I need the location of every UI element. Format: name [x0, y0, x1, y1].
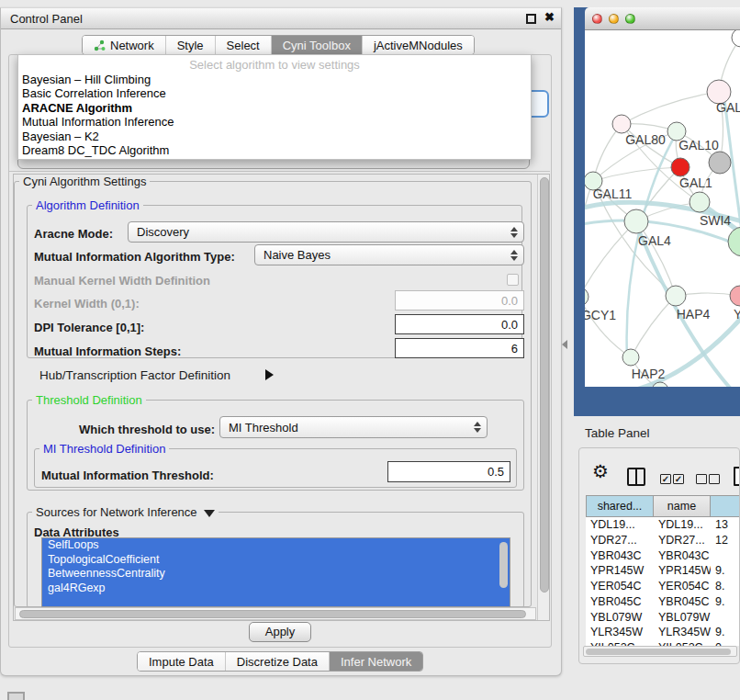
attribute-item-betweennesscentrality[interactable]: BetweennessCentrality — [42, 567, 510, 581]
algorithm-popup-placeholder: Select algorithm to view settings — [18, 55, 531, 73]
dpi-tolerance-input[interactable] — [395, 314, 524, 334]
hub-definition-label[interactable]: Hub/Transcription Factor Definition — [39, 368, 230, 382]
tab-select[interactable]: Select — [216, 36, 272, 54]
node-label: GAL11 — [593, 186, 633, 201]
table-scrollbar-thumb[interactable] — [586, 649, 731, 656]
screenshot-stage: Control Panel ✖ NetworkStyleSelectCyni T… — [0, 0, 740, 700]
node-label: GAL10 — [678, 138, 719, 152]
mi-threshold-input[interactable] — [387, 461, 510, 482]
panel-divider-grip[interactable] — [562, 340, 567, 349]
manual-kernel-width-label: Manual Kernel Width Definition — [34, 274, 210, 288]
aracne-mode-value: Discovery — [137, 225, 189, 239]
network-node-n-gray[interactable] — [709, 152, 731, 174]
network-edge — [585, 221, 636, 297]
dpi-tolerance-label: DPI Tolerance [0,1]: — [34, 321, 144, 334]
vertical-scrollbar-thumb[interactable] — [540, 177, 549, 593]
node-label: SWI4 — [700, 213, 731, 228]
unchecked-box-icon[interactable] — [696, 474, 707, 484]
table-cell: YDR27... — [586, 533, 654, 548]
close-button[interactable] — [592, 14, 602, 24]
network-node-hap2[interactable] — [622, 349, 639, 366]
float-window-button[interactable] — [526, 14, 536, 24]
algorithm-option-basic-correlation-inference[interactable]: Basic Correlation Inference — [18, 86, 531, 100]
column-header-name[interactable]: name — [654, 495, 711, 517]
close-panel-icon[interactable]: ✖ — [544, 10, 555, 24]
node-label: Y — [734, 307, 740, 322]
network-node-hap4[interactable] — [666, 286, 686, 306]
table-row[interactable]: YER054CYER054C8. — [586, 579, 740, 594]
column-header-shared[interactable]: shared... — [586, 495, 654, 517]
network-node-n-top[interactable] — [732, 30, 740, 47]
table-row[interactable]: YBL079WYBL079W — [586, 610, 740, 626]
node-label: GAL80 — [625, 132, 666, 147]
cyni-bottom-tabbar: Impute DataDiscretize DataInfer Network — [137, 651, 423, 672]
network-canvas[interactable]: GALGAL80GAL10GAL1GAL11SWI4GAL4GCY1HAP4YH… — [585, 30, 740, 387]
unchecked-box-icon[interactable] — [709, 474, 720, 484]
tab-label: Select — [227, 39, 260, 52]
settings-gear-icon[interactable]: ⚙ — [592, 462, 609, 480]
control-panel-window: Control Panel ✖ NetworkStyleSelectCyni T… — [0, 7, 562, 676]
mi-algorithm-type-select[interactable]: Naive Bayes — [254, 244, 524, 265]
table-row[interactable]: YBR045CYBR045C9. — [586, 594, 740, 610]
node-label: HAP4 — [677, 307, 711, 322]
aracne-mode-select[interactable]: Discovery — [128, 221, 524, 243]
control-panel-title: Control Panel — [10, 12, 83, 26]
table-cell: YER054C — [586, 579, 654, 594]
tab-style[interactable]: Style — [166, 36, 216, 54]
control-panel-tabbar: NetworkStyleSelectCyni ToolboxjActiveMNo… — [82, 35, 475, 55]
table-horizontal-scrollbar — [583, 646, 737, 657]
attribute-item-selfloops[interactable]: SelfLoops — [42, 538, 510, 553]
apply-button[interactable]: Apply — [249, 622, 311, 642]
tab-label: Impute Data — [149, 655, 214, 669]
expand-arrow-icon[interactable] — [265, 369, 274, 380]
network-node-gal4[interactable] — [624, 209, 648, 233]
algorithm-option-bayesian-k2[interactable]: Bayesian – K2 — [18, 130, 531, 143]
split-view-icon[interactable] — [627, 468, 645, 486]
network-window-titlebar[interactable] — [585, 7, 740, 30]
tab-infer-network[interactable]: Infer Network — [330, 652, 422, 671]
network-icon — [94, 40, 106, 51]
table-cell: 13 — [711, 517, 740, 533]
checked-box-icon[interactable]: ✓ — [660, 474, 671, 484]
list-scrollbar-thumb[interactable] — [499, 542, 508, 588]
document-icon[interactable] — [734, 467, 740, 486]
network-node-gal80[interactable] — [612, 115, 631, 133]
checked-box-icon[interactable]: ✓ — [673, 474, 684, 484]
zoom-button[interactable] — [625, 14, 635, 24]
horizontal-scrollbar-thumb[interactable] — [19, 610, 526, 618]
network-node-n-red[interactable] — [671, 158, 690, 176]
network-node-swi4[interactable] — [728, 227, 740, 256]
algorithm-option-aracne-algorithm[interactable]: ARACNE Algorithm — [18, 101, 531, 115]
sources-legend[interactable]: Sources for Network Inference — [32, 505, 219, 519]
table-cell: YBR043C — [586, 548, 654, 564]
table-cell — [711, 548, 740, 564]
table-row[interactable]: YDR27...YDR27...12 — [586, 533, 740, 548]
mi-steps-input[interactable] — [395, 338, 524, 358]
tab-jactivemnodules[interactable]: jActiveMNodules — [363, 36, 474, 54]
mi-algorithm-type-value: Naive Bayes — [263, 248, 331, 262]
table-row[interactable]: YDL19...YDL19...13 — [586, 517, 740, 533]
attribute-item-topologicalcoefficient[interactable]: TopologicalCoefficient — [42, 553, 510, 568]
algorithm-option-dream8-dc-tdc-algorithm[interactable]: Dream8 DC_TDC Algorithm — [18, 143, 531, 157]
column-header-partial[interactable] — [711, 495, 740, 517]
table-row[interactable]: YPR145WYPR145W9. — [586, 563, 740, 579]
which-threshold-select[interactable]: MI Threshold — [219, 416, 488, 438]
tab-impute-data[interactable]: Impute Data — [138, 652, 226, 671]
kernel-width-input — [395, 290, 524, 310]
table-cell: YBR043C — [654, 548, 711, 564]
minimize-button[interactable] — [609, 14, 619, 24]
attribute-item-gal4rgexp[interactable]: gal4RGexp — [42, 581, 510, 596]
node-label: GAL4 — [638, 233, 671, 248]
table-cell: 9. — [711, 594, 740, 610]
tab-discretize-data[interactable]: Discretize Data — [226, 652, 330, 671]
algorithm-option-bayesian-hill-climbing[interactable]: Bayesian – Hill Climbing — [18, 73, 531, 86]
tab-network[interactable]: Network — [83, 36, 166, 54]
tab-cyni-toolbox[interactable]: Cyni Toolbox — [272, 36, 363, 54]
network-node-pink-r[interactable] — [730, 286, 740, 306]
table-cell: YPR145W — [586, 563, 654, 579]
table-row[interactable]: YBR043CYBR043C — [586, 548, 740, 564]
algorithm-option-mutual-information-inference[interactable]: Mutual Information Inference — [18, 115, 531, 129]
network-node-gal1[interactable] — [690, 192, 710, 212]
network-node-gcy1[interactable] — [585, 288, 589, 306]
table-row[interactable]: YLR345WYLR345W9. — [586, 625, 740, 640]
